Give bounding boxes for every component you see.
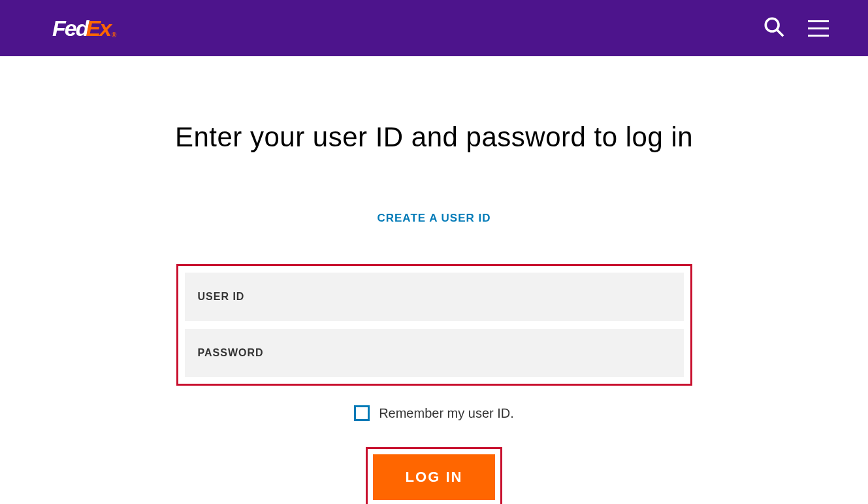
menu-icon[interactable] xyxy=(808,20,829,37)
header-actions xyxy=(763,16,829,41)
remember-row: Remember my user ID. xyxy=(354,405,514,421)
login-button-highlight: LOG IN xyxy=(366,447,503,504)
remember-label: Remember my user ID. xyxy=(379,406,514,421)
search-icon[interactable] xyxy=(763,16,785,41)
svg-point-0 xyxy=(765,18,779,31)
password-input[interactable] xyxy=(185,329,684,377)
fedex-logo[interactable]: Fed Ex ® xyxy=(52,16,115,41)
svg-line-1 xyxy=(777,29,783,36)
create-user-id-link[interactable]: CREATE A USER ID xyxy=(377,212,490,225)
remember-checkbox[interactable] xyxy=(354,405,370,421)
page-title: Enter your user ID and password to log i… xyxy=(175,122,693,153)
user-id-input[interactable] xyxy=(185,273,684,321)
header: Fed Ex ® xyxy=(0,0,868,56)
logo-ex-text: Ex xyxy=(86,16,110,41)
logo-fed-text: Fed xyxy=(52,16,88,41)
logo-registered: ® xyxy=(112,31,115,39)
main-content: Enter your user ID and password to log i… xyxy=(0,56,868,504)
login-button[interactable]: LOG IN xyxy=(373,454,496,500)
login-form-highlight xyxy=(176,264,692,386)
